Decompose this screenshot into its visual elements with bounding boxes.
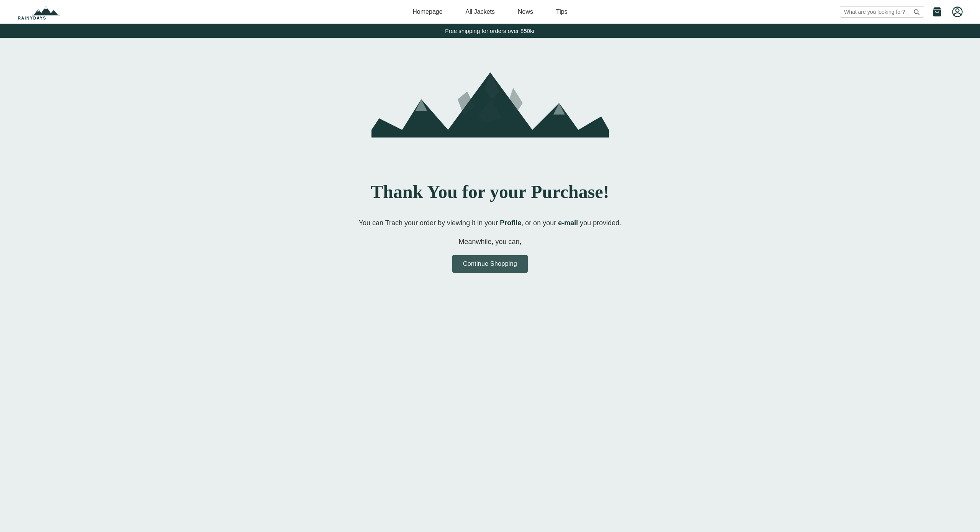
- order-info-middle: , or on your: [521, 219, 558, 227]
- svg-marker-17: [371, 130, 609, 138]
- svg-point-7: [914, 10, 918, 14]
- thank-you-title: Thank You for your Purchase!: [371, 181, 609, 202]
- cart-icon: [932, 7, 942, 17]
- search-input[interactable]: [844, 9, 913, 15]
- nav-news[interactable]: News: [518, 8, 533, 15]
- nav-all-jackets[interactable]: All Jackets: [466, 8, 495, 15]
- svg-rect-5: [32, 15, 60, 15]
- svg-marker-15: [532, 103, 578, 130]
- search-box[interactable]: [840, 6, 924, 18]
- nav-tips[interactable]: Tips: [556, 8, 568, 15]
- announcement-bar: Free shipping for orders over 850kr: [0, 24, 980, 38]
- header: RAINYDAYS Homepage All Jackets News Tips: [0, 0, 980, 24]
- logo[interactable]: RAINYDAYS: [15, 3, 77, 20]
- svg-text:RAINYDAYS: RAINYDAYS: [18, 16, 46, 20]
- order-info-suffix: you provided.: [578, 219, 621, 227]
- svg-point-11: [956, 8, 959, 12]
- svg-marker-3: [44, 6, 48, 9]
- order-info-profile: Profile: [500, 219, 521, 227]
- svg-line-8: [918, 13, 919, 15]
- main-content: Thank You for your Purchase! You can Tra…: [0, 38, 980, 311]
- svg-marker-13: [402, 99, 448, 130]
- header-right: [840, 5, 965, 19]
- main-nav: Homepage All Jackets News Tips: [412, 8, 567, 15]
- continue-shopping-button[interactable]: Continue Shopping: [452, 255, 528, 273]
- search-icon: [913, 8, 920, 15]
- nav-homepage[interactable]: Homepage: [412, 8, 442, 15]
- meanwhile-text: Meanwhile, you can,: [458, 238, 521, 246]
- svg-marker-14: [371, 118, 402, 130]
- user-account-button[interactable]: [950, 5, 965, 19]
- user-icon: [952, 6, 963, 18]
- svg-marker-16: [578, 116, 609, 130]
- order-info-prefix: You can Trach your order by viewing it i…: [359, 219, 500, 227]
- mountain-illustration: [371, 61, 609, 170]
- mountain-svg: [371, 61, 609, 168]
- cart-button[interactable]: [930, 5, 944, 19]
- order-info-email: e-mail: [558, 219, 578, 227]
- announcement-text: Free shipping for orders over 850kr: [445, 28, 535, 34]
- order-info-text: You can Trach your order by viewing it i…: [359, 218, 622, 229]
- search-button[interactable]: [913, 8, 920, 15]
